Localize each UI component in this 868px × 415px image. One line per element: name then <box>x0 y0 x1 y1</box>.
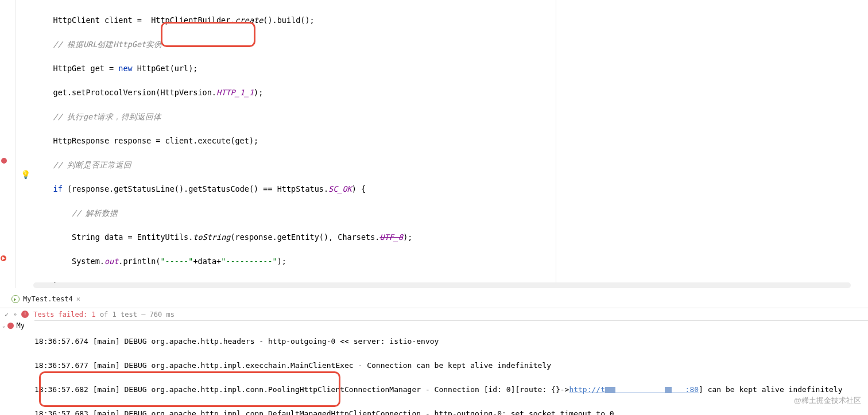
console-output[interactable]: 18:36:57.674 [main] DEBUG org.apache.htt… <box>34 320 868 415</box>
comment: // 根据URL创建HttpGet实例 <box>53 40 162 49</box>
editor-area: 💡 HttpClient client = HttpClientBuilder.… <box>0 0 868 288</box>
test-status-bar: ✓ » ! Tests failed: 1 of 1 test – 760 ms <box>0 308 868 320</box>
comment: // 解析数据 <box>72 208 118 218</box>
run-gutter-icon[interactable] <box>0 255 7 262</box>
check-icon[interactable]: ✓ <box>5 311 9 319</box>
horizontal-scrollbar[interactable] <box>33 282 851 288</box>
close-tab-icon[interactable]: × <box>76 295 80 303</box>
console-line: 18:36:57.682 [main] DEBUG org.apache.htt… <box>34 383 868 395</box>
tests-failed-label: Tests failed: <box>33 311 91 319</box>
chevron-down-icon[interactable]: ⌄ <box>2 323 5 328</box>
expand-icon[interactable]: » <box>13 311 17 317</box>
test-node-label: My <box>16 321 24 329</box>
test-error-icon <box>7 323 14 329</box>
test-tree-row[interactable]: ⌄ My <box>2 321 25 329</box>
console-line: 18:36:57.683 [main] DEBUG org.apache.htt… <box>34 408 868 415</box>
run-tab-bar: MyTest.test4 × <box>11 292 80 307</box>
code-editor[interactable]: HttpClient client = HttpClientBuilder.cr… <box>16 0 868 288</box>
error-circle-icon: ! <box>21 311 29 318</box>
run-config-icon <box>11 295 20 303</box>
editor-gutter <box>0 0 16 288</box>
code-text: HttpClient client = HttpClientBuilder. <box>53 15 235 25</box>
breakpoint[interactable] <box>1 158 7 164</box>
url-link[interactable]: http://t :80 <box>569 385 699 394</box>
comment: // 判断是否正常返回 <box>53 160 131 169</box>
console-line: 18:36:57.674 [main] DEBUG org.apache.htt… <box>34 335 868 347</box>
watermark: @稀土掘金技术社区 <box>794 395 861 406</box>
console-line: 18:36:57.677 [main] DEBUG org.apache.htt… <box>34 359 868 371</box>
comment: // 执行get请求，得到返回体 <box>53 112 162 121</box>
run-tab-label[interactable]: MyTest.test4 <box>23 295 73 303</box>
right-margin-line <box>556 0 556 288</box>
